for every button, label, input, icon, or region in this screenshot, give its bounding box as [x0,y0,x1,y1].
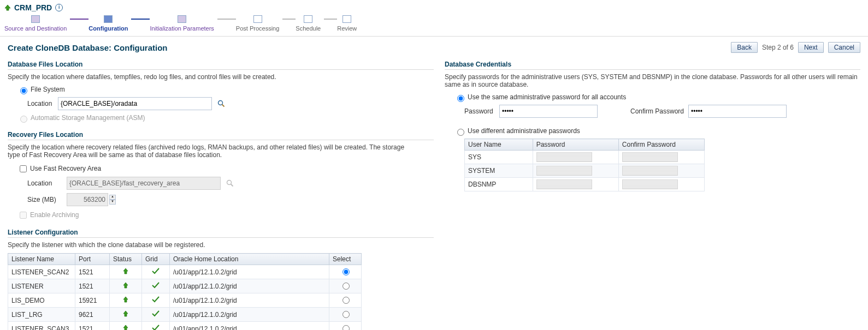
listener-select-radio[interactable] [343,297,350,304]
password-input[interactable] [499,105,598,118]
section-listener-heading: Listener Configuration [8,229,434,236]
checkbox-use-fra[interactable] [20,165,27,172]
col-home: Oracle Home Location [170,254,329,265]
section-recovery-heading: Recovery Files Location [8,131,434,139]
listener-desc: Specify the listener with which the clon… [8,241,412,249]
fra-size-input [67,193,108,206]
checkmark-icon [152,310,160,319]
checkbox-use-fra-label: Use Fast Recovery Area [30,165,101,172]
listener-port: 9621 [75,308,110,322]
listener-table: Listener Name Port Status Grid Oracle Ho… [8,253,362,330]
listener-home: /u01/app/12.1.0.2/grid [170,293,329,308]
db-files-location-input[interactable] [58,97,212,110]
checkmark-icon [152,325,160,330]
target-up-icon [4,4,11,11]
table-row: LISTENER1521/u01/app/12.1.0.2/grid [8,279,362,293]
wizard-step-configuration[interactable]: Configuration [88,15,128,32]
section-credentials-heading: Database Credentials [445,61,860,68]
table-row: DBSNMP [465,178,705,191]
radio-diff-passwords[interactable] [457,129,464,136]
status-up-icon [122,296,129,304]
listener-name: LISTENER_SCAN2 [8,265,75,279]
target-db-name: CRM_PRD [14,3,52,12]
radio-file-system-label: File System [31,86,65,93]
db-files-desc: Specify the location where datafiles, te… [8,73,412,81]
next-button[interactable]: Next [798,42,824,53]
radio-same-password[interactable] [457,95,464,102]
listener-port: 15921 [75,293,110,308]
fra-size-label: Size (MB) [27,196,67,203]
confirm-password-input[interactable] [688,105,787,118]
listener-home: /u01/app/12.1.0.2/grid [170,265,329,279]
col-user-confirm-password: Confirm Password [618,139,704,151]
listener-grid [142,279,170,293]
col-user-name: User Name [465,139,533,151]
back-button[interactable]: Back [731,42,758,53]
wizard-step-init-params[interactable]: Initialization Parameters [150,15,214,32]
table-row: SYS [465,151,705,164]
credentials-table: User Name Password Confirm Password SYSS… [464,139,705,191]
col-grid: Grid [142,254,170,265]
listener-select-radio[interactable] [343,311,350,318]
target-db-title: CRM_PRD i [4,3,864,12]
listener-grid [142,322,170,331]
listener-select-radio[interactable] [343,325,350,330]
wizard-connector [282,19,296,20]
recovery-desc: Specify the location where recovery rela… [8,143,412,159]
listener-home: /u01/app/12.1.0.2/grid [170,308,329,322]
search-icon[interactable] [217,100,225,107]
svg-point-0 [219,101,223,105]
status-up-icon [122,310,129,319]
listener-status [110,265,142,279]
table-row: LIST_LRG9621/u01/app/12.1.0.2/grid [8,308,362,322]
listener-port: 1521 [75,279,110,293]
listener-grid [142,265,170,279]
listener-home: /u01/app/12.1.0.2/grid [170,322,329,331]
cred-password-disabled [536,166,592,176]
listener-port: 1521 [75,265,110,279]
status-up-icon [122,268,129,276]
fra-location-input [67,177,221,190]
listener-select-radio[interactable] [343,268,350,275]
svg-line-3 [231,184,233,187]
wizard-step-post-processing[interactable]: Post Processing [236,15,279,32]
table-row: LIS_DEMO15921/u01/app/12.1.0.2/grid [8,293,362,308]
radio-file-system[interactable] [20,87,27,94]
listener-port: 1521 [75,322,110,331]
cred-user: DBSNMP [465,178,533,191]
cancel-button[interactable]: Cancel [828,42,860,53]
svg-point-2 [227,181,232,185]
info-icon[interactable]: i [55,4,63,11]
checkmark-icon [152,282,160,290]
confirm-password-label: Confirm Password [613,107,684,115]
listener-status [110,308,142,322]
status-up-icon [122,325,129,330]
radio-asm [20,116,27,123]
svg-line-1 [222,105,225,107]
listener-select-radio[interactable] [343,283,350,290]
listener-status [110,279,142,293]
checkmark-icon [152,296,160,304]
listener-home: /u01/app/12.1.0.2/grid [170,279,329,293]
radio-asm-label: Automatic Storage Management (ASM) [31,114,145,122]
col-user-password: Password [533,139,618,151]
wizard-step-source-destination[interactable]: Source and Destination [4,15,67,32]
cred-confirm-password-disabled [622,166,678,176]
cred-password-disabled [536,152,592,162]
radio-diff-passwords-label: Use different administrative passwords [468,127,580,135]
step-indicator: Step 2 of 6 [762,44,794,51]
table-row: LISTENER_SCAN31521/u01/app/12.1.0.2/grid [8,322,362,331]
wizard-step-schedule[interactable]: Schedule [296,15,321,32]
checkbox-enable-archiving-label: Enable Archiving [30,211,79,219]
listener-status [110,293,142,308]
db-files-location-label: Location [27,100,58,107]
section-db-files-heading: Database Files Location [8,61,434,68]
cred-user: SYSTEM [465,164,533,178]
listener-grid [142,293,170,308]
table-row: LISTENER_SCAN21521/u01/app/12.1.0.2/grid [8,265,362,279]
col-listener-name: Listener Name [8,254,75,265]
wizard-nav-buttons: Back Step 2 of 6 Next Cancel [727,42,860,53]
col-port: Port [75,254,110,265]
page-heading-row: Create CloneDB Database: Configuration B… [0,41,868,55]
wizard-step-review[interactable]: Review [337,15,357,32]
